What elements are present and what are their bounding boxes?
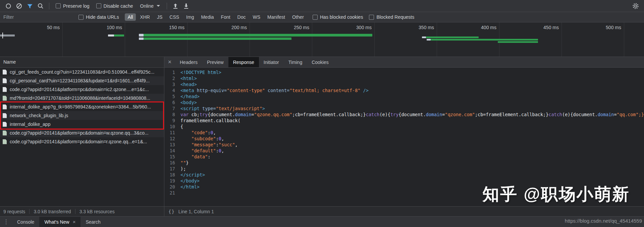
hide-data-urls-checkbox-input[interactable]	[78, 15, 84, 20]
name-column-header[interactable]: Name	[0, 57, 164, 68]
request-row[interactable]: network_check_plugin_lib.js	[0, 111, 164, 120]
tab-preview[interactable]: Preview	[202, 57, 228, 67]
code-line: 9frameElement.callback(	[164, 118, 644, 124]
kebab-menu-icon[interactable]: ⋮	[0, 217, 12, 227]
type-filter-xhr[interactable]: XHR	[137, 13, 153, 21]
type-filter-doc[interactable]: Doc	[234, 13, 249, 21]
timeline-tick-label: 100 ms	[86, 25, 122, 30]
editor-status: {} Line 1, Column 1	[164, 207, 214, 216]
timeline-overview[interactable]: 50 ms100 ms150 ms200 ms250 ms300 ms350 m…	[0, 22, 644, 57]
timeline-tick-label: 500 ms	[585, 25, 621, 30]
request-name: code.cgi?appid=20141&platform=pc&domain=…	[10, 130, 164, 136]
tab-initiator[interactable]: Initiator	[259, 57, 284, 67]
type-filter-ws[interactable]: WS	[250, 13, 264, 21]
hide-data-urls-checkbox[interactable]: Hide data URLs	[78, 14, 119, 20]
record-button[interactable]	[3, 2, 13, 10]
line-number: 3	[164, 81, 180, 87]
type-filter-img[interactable]: Img	[183, 13, 197, 21]
blocked-requests-label: Blocked Requests	[376, 14, 414, 20]
type-filter-media[interactable]: Media	[198, 13, 217, 21]
upload-arrow-icon	[172, 3, 179, 9]
request-row[interactable]: cgi_get_feeds_count.cgi?uin=1223411083&r…	[0, 68, 164, 76]
request-row[interactable]: md?fromId=204971707&told=211006088&inter…	[0, 94, 164, 102]
blocked-requests-checkbox-input[interactable]	[369, 15, 374, 20]
settings-gear-button[interactable]	[631, 2, 641, 10]
type-filter-list: AllXHRJSCSSImgMediaFontDocWSManifestOthe…	[125, 13, 307, 21]
preserve-log-label: Preserve log	[63, 3, 90, 9]
request-row[interactable]: cgi_personal_card?uin=1223411083&fupdate…	[0, 76, 164, 85]
line-number: 13	[164, 142, 180, 148]
line-number: 21	[164, 190, 180, 196]
type-filter-js[interactable]: JS	[154, 13, 165, 21]
request-name: code.cgi?appid=20141&platform=pc&domain=…	[10, 139, 164, 144]
line-number: 17	[164, 166, 180, 172]
request-row[interactable]: internal_dolike_app?g_tk=985798942&qzone…	[0, 102, 164, 111]
timeline-gridline	[374, 22, 375, 57]
throttling-select[interactable]: Online	[140, 3, 160, 9]
code-line: 14 "default":0,	[164, 148, 644, 154]
tab-headers[interactable]: Headers	[175, 57, 202, 67]
drawer-tab-search[interactable]: Search	[80, 217, 105, 227]
watermark-text: 知乎 @职场小萌新	[482, 183, 630, 206]
line-number: 2	[164, 75, 180, 81]
network-summary: 9 requests 3.0 kB transferred 3.3 kB res…	[0, 207, 164, 216]
request-list: cgi_get_feeds_count.cgi?uin=1223411083&r…	[0, 68, 164, 146]
type-filter-all[interactable]: All	[125, 13, 136, 21]
hide-data-urls-label: Hide data URLs	[86, 14, 119, 20]
has-blocked-cookies-checkbox[interactable]: Has blocked cookies	[313, 14, 363, 20]
preserve-log-checkbox-input[interactable]	[56, 3, 61, 8]
timeline-tick-label: 50 ms	[23, 25, 60, 30]
type-filter-css[interactable]: CSS	[166, 13, 182, 21]
tab-timing[interactable]: Timing	[284, 57, 307, 67]
line-number: 7	[164, 105, 180, 111]
close-detail-button[interactable]: ×	[164, 57, 175, 67]
chevron-down-icon	[157, 5, 160, 7]
import-har-button[interactable]	[170, 2, 180, 10]
filter-input[interactable]	[3, 14, 75, 20]
line-number: 9	[164, 118, 180, 124]
waterfall-bar	[2, 32, 3, 39]
export-har-button[interactable]	[181, 2, 191, 10]
filter-toggle-button[interactable]	[25, 2, 35, 10]
drawer-tabbar: ⋮ ConsoleWhat's New×Search	[0, 216, 644, 227]
type-filter-manifest[interactable]: Manifest	[264, 13, 288, 21]
waterfall-bar	[144, 34, 372, 36]
request-row[interactable]: code.cgi?appid=20141&platform=pc&domain=…	[0, 137, 164, 146]
drawer-tab-label: Search	[86, 219, 100, 225]
filter-funnel-icon	[26, 3, 33, 9]
preserve-log-checkbox[interactable]: Preserve log	[56, 3, 90, 9]
request-row[interactable]: code.cgi?appid=20141&platform=pc&domain=…	[0, 129, 164, 137]
request-row[interactable]: internal_dolike_app	[0, 120, 164, 129]
line-number: 15	[164, 154, 180, 160]
request-row[interactable]: code.cgi?appid=20141&platform=pc&domain=…	[0, 85, 164, 94]
script-file-icon	[3, 131, 7, 136]
drawer-tab-console[interactable]: Console	[12, 217, 39, 227]
request-name: code.cgi?appid=20141&platform=pc&domain=…	[10, 87, 164, 92]
document-file-icon	[3, 113, 7, 118]
requests-panel: Name cgi_get_feeds_count.cgi?uin=1223411…	[0, 57, 164, 206]
has-blocked-cookies-checkbox-input[interactable]	[313, 15, 318, 20]
drawer-tab-what-s-new[interactable]: What's New×	[39, 217, 80, 227]
disable-cache-checkbox[interactable]: Disable cache	[96, 3, 133, 9]
document-file-icon	[3, 78, 7, 83]
code-line: 12 "subcode":0,	[164, 136, 644, 142]
requests-count: 9 requests	[3, 209, 25, 214]
code-line: 7<script type="text/javascript">	[164, 105, 644, 111]
type-filter-font[interactable]: Font	[218, 13, 233, 21]
type-filter-other[interactable]: Other	[289, 13, 307, 21]
script-file-icon	[3, 96, 7, 101]
code-line: 8var cb;try{document.domain="qzone.qq.co…	[164, 111, 644, 118]
search-button[interactable]	[36, 2, 46, 10]
status-bar: 9 requests 3.0 kB transferred 3.3 kB res…	[0, 206, 644, 216]
blocked-requests-checkbox[interactable]: Blocked Requests	[369, 14, 414, 20]
disable-cache-checkbox-input[interactable]	[96, 3, 101, 8]
tab-response[interactable]: Response	[228, 57, 259, 67]
toolbar-separator	[167, 3, 167, 9]
document-file-icon	[3, 87, 7, 92]
clear-button[interactable]	[14, 2, 24, 10]
tab-cookies[interactable]: Cookies	[307, 57, 333, 67]
line-number: 12	[164, 136, 180, 142]
format-braces-icon[interactable]: {}	[168, 209, 175, 214]
request-name: network_check_plugin_lib.js	[10, 113, 164, 118]
close-icon[interactable]: ×	[73, 219, 76, 225]
